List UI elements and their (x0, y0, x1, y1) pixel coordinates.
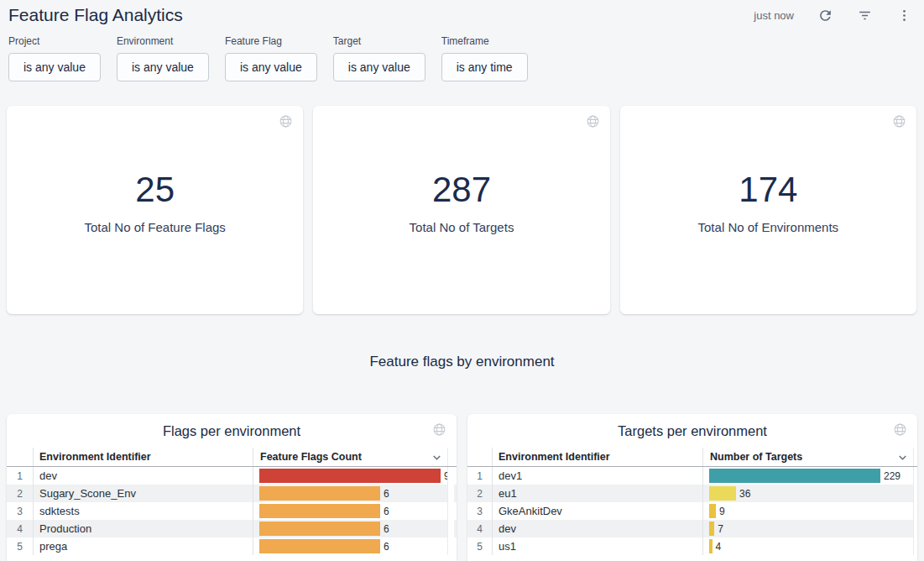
kpi-content: 287 Total No of Targets (410, 170, 514, 234)
globe-icon (586, 114, 600, 128)
environment-identifier-cell: GkeAnkitDev (493, 502, 703, 520)
filter-project: Project is any value (8, 35, 101, 81)
value-bar (709, 469, 880, 483)
table-column-headers: Environment Identifier Feature Flags Cou… (7, 448, 457, 467)
filter-icon[interactable] (856, 7, 873, 24)
count-bar-cell: 6 (253, 485, 447, 502)
row-index: 3 (7, 502, 34, 520)
table-row: 3GkeAnkitDev9 (467, 502, 917, 520)
row-index: 4 (7, 520, 34, 537)
filter-label: Target (333, 35, 425, 47)
header-gutter (913, 448, 917, 466)
count-bar-cell: 6 (253, 537, 447, 555)
table-title: Flags per environment (163, 423, 300, 439)
row-gutter (447, 520, 454, 537)
refresh-icon[interactable] (817, 7, 833, 24)
value-bar (709, 522, 714, 536)
row-gutter (447, 485, 454, 502)
environment-identifier-cell: eu1 (493, 485, 703, 502)
chevron-down-icon[interactable] (896, 451, 909, 464)
kpi-label: Total No of Environments (698, 220, 839, 234)
table-title: Targets per environment (618, 423, 767, 439)
filter-value-button[interactable]: is any value (8, 53, 101, 81)
bar-value-label: 7 (718, 523, 723, 535)
filter-label: Feature Flag (225, 35, 317, 47)
value-bar (259, 504, 380, 518)
bar-value-label: 6 (384, 523, 389, 535)
row-index: 2 (467, 485, 493, 502)
column-header-environment[interactable]: Environment Identifier (493, 448, 703, 466)
kpi-card-environments: 174 Total No of Environments (620, 106, 916, 314)
row-gutter (913, 520, 917, 537)
table-row: 5prega6 (7, 537, 457, 555)
kpi-label: Total No of Feature Flags (84, 220, 225, 234)
header-gutter (447, 448, 454, 466)
kpi-value: 25 (135, 170, 175, 209)
count-bar-cell: 9 (253, 467, 447, 485)
count-bar-cell: 6 (253, 502, 447, 520)
table-header-bar: Targets per environment (467, 414, 917, 448)
table-row: 2Sugary_Scone_Env6 (7, 485, 457, 502)
row-index: 1 (7, 467, 34, 485)
value-bar (259, 522, 380, 536)
last-updated-text: just now (754, 9, 794, 22)
environment-identifier-cell: sdktests (34, 502, 253, 520)
bar-value-label: 6 (384, 488, 389, 500)
bar-value-label: 6 (384, 506, 389, 517)
environment-identifier-cell: dev (34, 467, 253, 485)
table-row: 5us14 (467, 537, 917, 555)
count-bar-cell: 229 (703, 467, 913, 485)
row-index: 1 (467, 467, 493, 485)
flags-per-environment-card: Flags per environment Environment Identi… (7, 414, 457, 561)
table-row: 1dev1229 (467, 467, 917, 485)
value-bar (709, 486, 736, 501)
filter-timeframe: Timeframe is any time (441, 35, 528, 81)
value-bar (709, 539, 713, 553)
kpi-card-feature-flags: 25 Total No of Feature Flags (7, 106, 303, 314)
value-bar (259, 469, 441, 483)
bar-value-label: 4 (716, 541, 722, 553)
environment-identifier-cell: prega (34, 537, 253, 555)
section-title: Feature flags by environment (0, 354, 924, 370)
chevron-down-icon[interactable] (431, 451, 443, 464)
row-number-column-header (467, 448, 493, 466)
filter-value-button[interactable]: is any value (117, 53, 209, 81)
environment-identifier-cell: dev1 (493, 467, 703, 485)
filter-value-button[interactable]: is any value (225, 53, 317, 81)
row-index: 5 (7, 537, 34, 555)
filter-value-button[interactable]: is any time (441, 53, 528, 81)
environment-identifier-cell: dev (493, 520, 703, 537)
kpi-value: 174 (739, 170, 797, 209)
kpi-content: 25 Total No of Feature Flags (84, 170, 225, 234)
environment-identifier-cell: us1 (493, 537, 703, 555)
row-gutter (913, 537, 917, 555)
globe-icon (432, 422, 446, 437)
table-header-bar: Flags per environment (7, 414, 457, 448)
column-header-count[interactable]: Number of Targets (703, 448, 913, 466)
bar-value-label: 36 (739, 488, 750, 500)
row-gutter (447, 502, 454, 520)
column-header-label: Feature Flags Count (260, 451, 362, 463)
kebab-menu-icon[interactable] (895, 7, 912, 24)
column-header-environment[interactable]: Environment Identifier (34, 448, 253, 466)
column-header-count[interactable]: Feature Flags Count (253, 448, 447, 466)
count-bar-cell: 9 (703, 502, 913, 520)
table-row: 4dev7 (467, 520, 917, 537)
filter-value-button[interactable]: is any value (333, 53, 425, 81)
filter-feature-flag: Feature Flag is any value (225, 35, 317, 81)
bar-value-label: 9 (719, 506, 725, 517)
dashboard-page: Feature Flag Analytics just now Project … (0, 0, 924, 561)
tables-row: Flags per environment Environment Identi… (7, 414, 917, 561)
environment-identifier-cell: Sugary_Scone_Env (34, 485, 253, 502)
bar-value-label: 6 (384, 541, 389, 553)
row-index: 3 (467, 502, 493, 520)
table-row: 1dev9 (7, 467, 457, 485)
table-row: 4Production6 (7, 520, 457, 537)
filter-label: Timeframe (441, 35, 528, 47)
row-gutter (913, 502, 917, 520)
table-body: 1dev12292eu1363GkeAnkitDev94dev75us14 (467, 467, 917, 555)
value-bar (259, 539, 380, 553)
column-header-label: Number of Targets (710, 451, 802, 463)
row-gutter (447, 467, 454, 485)
bar-value-label: 229 (884, 470, 901, 482)
